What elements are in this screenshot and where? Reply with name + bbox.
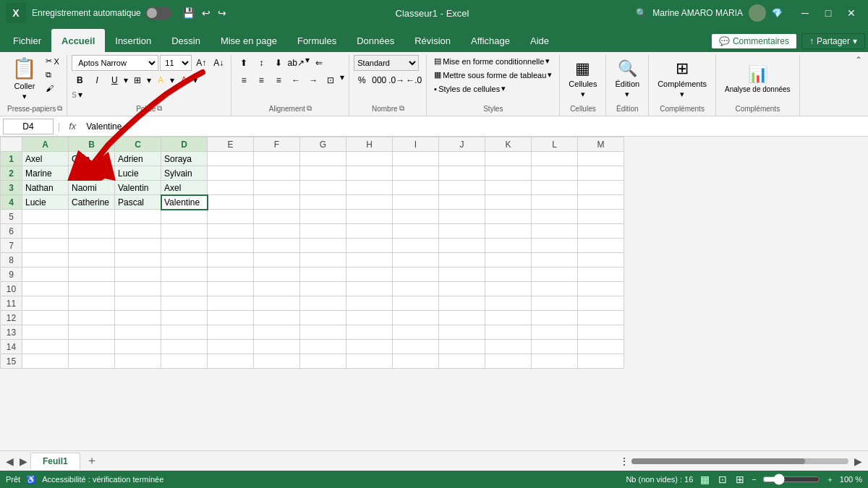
cell-I15[interactable] xyxy=(393,354,439,369)
cell-G4[interactable] xyxy=(300,195,346,210)
cell-B2[interactable]: Mizu xyxy=(69,166,115,181)
col-header-I[interactable]: I xyxy=(393,137,439,152)
cell-C7[interactable] xyxy=(115,239,161,253)
col-header-B[interactable]: B xyxy=(69,137,115,152)
cell-B7[interactable] xyxy=(69,239,115,253)
cell-H1[interactable] xyxy=(346,152,393,166)
cell-H14[interactable] xyxy=(346,340,393,354)
cell-L5[interactable] xyxy=(532,210,578,224)
bold-button[interactable]: B xyxy=(72,72,88,88)
cell-H4[interactable] xyxy=(346,195,393,210)
cell-D15[interactable] xyxy=(161,354,208,369)
normal-view-button[interactable]: ▦ xyxy=(699,474,711,485)
cell-J11[interactable] xyxy=(439,296,485,311)
cell-D10[interactable] xyxy=(161,282,208,296)
cell-F15[interactable] xyxy=(254,354,300,369)
decrease-indent-button[interactable]: ← xyxy=(288,72,304,88)
cell-I3[interactable] xyxy=(393,181,439,195)
cell-H6[interactable] xyxy=(346,224,393,239)
increase-indent-button[interactable]: → xyxy=(305,72,321,88)
cell-A3[interactable]: Nathan xyxy=(22,181,69,195)
add-sheet-button[interactable]: ＋ xyxy=(80,453,103,468)
cell-K11[interactable] xyxy=(485,296,532,311)
cell-E2[interactable] xyxy=(208,166,254,181)
cell-K9[interactable] xyxy=(485,267,532,282)
cell-B8[interactable] xyxy=(69,253,115,267)
cell-H15[interactable] xyxy=(346,354,393,369)
cell-E14[interactable] xyxy=(208,340,254,354)
cell-D4[interactable]: Valentine xyxy=(161,195,208,210)
cell-G10[interactable] xyxy=(300,282,346,296)
cell-K3[interactable] xyxy=(485,181,532,195)
cell-A5[interactable] xyxy=(22,210,69,224)
increase-font-button[interactable]: A↑ xyxy=(193,55,209,71)
col-header-G[interactable]: G xyxy=(300,137,346,152)
cell-L10[interactable] xyxy=(532,282,578,296)
tab-affichage[interactable]: Affichage xyxy=(461,29,520,52)
dialog-launcher-icon[interactable]: ⧉ xyxy=(57,104,62,113)
cell-L4[interactable] xyxy=(532,195,578,210)
cell-C2[interactable]: Lucie xyxy=(115,166,161,181)
cell-M15[interactable] xyxy=(578,354,624,369)
cell-F2[interactable] xyxy=(254,166,300,181)
border-button[interactable]: ⊞ xyxy=(129,72,145,88)
cell-H3[interactable] xyxy=(346,181,393,195)
row-header-12[interactable]: 12 xyxy=(1,311,22,325)
cell-J6[interactable] xyxy=(439,224,485,239)
tab-insertion[interactable]: Insertion xyxy=(105,29,161,52)
cell-M2[interactable] xyxy=(578,166,624,181)
cell-F9[interactable] xyxy=(254,267,300,282)
row-header-8[interactable]: 8 xyxy=(1,253,22,267)
text-orient-button[interactable]: ab↗ xyxy=(288,55,304,71)
scroll-right-button[interactable]: ▶ xyxy=(851,455,865,467)
align-bottom-button[interactable]: ⬇ xyxy=(271,55,286,71)
edition-button[interactable]: 🔍 Édition ▾ xyxy=(610,55,644,103)
cell-I7[interactable] xyxy=(393,239,439,253)
couper-button[interactable]: ✂ X xyxy=(43,55,61,67)
cell-A15[interactable] xyxy=(22,354,69,369)
cell-H8[interactable] xyxy=(346,253,393,267)
cell-I2[interactable] xyxy=(393,166,439,181)
cell-M13[interactable] xyxy=(578,325,624,340)
cell-I14[interactable] xyxy=(393,340,439,354)
row-header-7[interactable]: 7 xyxy=(1,239,22,253)
row-header-3[interactable]: 3 xyxy=(1,181,22,195)
formula-input[interactable] xyxy=(83,121,865,132)
cell-M9[interactable] xyxy=(578,267,624,282)
row-header-13[interactable]: 13 xyxy=(1,325,22,340)
cell-A7[interactable] xyxy=(22,239,69,253)
cell-H5[interactable] xyxy=(346,210,393,224)
cell-H9[interactable] xyxy=(346,267,393,282)
cell-A9[interactable] xyxy=(22,267,69,282)
sheet-wrapper[interactable]: ABCDEFGHIJKLM1AxelGaiaAdrienSoraya2Marin… xyxy=(0,137,868,450)
decrease-font-button[interactable]: A↓ xyxy=(210,55,226,71)
col-header-F[interactable]: F xyxy=(254,137,300,152)
cell-L2[interactable] xyxy=(532,166,578,181)
cell-G3[interactable] xyxy=(300,181,346,195)
cell-A4[interactable]: Lucie xyxy=(22,195,69,210)
fill-color-button[interactable]: A xyxy=(153,72,169,88)
cell-C5[interactable] xyxy=(115,210,161,224)
cell-L11[interactable] xyxy=(532,296,578,311)
cell-J4[interactable] xyxy=(439,195,485,210)
align-top-button[interactable]: ⬆ xyxy=(236,55,252,71)
cell-E8[interactable] xyxy=(208,253,254,267)
tab-revision[interactable]: Révision xyxy=(404,29,461,52)
cell-F11[interactable] xyxy=(254,296,300,311)
cell-K5[interactable] xyxy=(485,210,532,224)
cell-L7[interactable] xyxy=(532,239,578,253)
align-middle-button[interactable]: ↕ xyxy=(253,55,269,71)
cell-L15[interactable] xyxy=(532,354,578,369)
horizontal-scrollbar[interactable] xyxy=(631,458,848,464)
cell-C13[interactable] xyxy=(115,325,161,340)
tab-fichier[interactable]: Fichier xyxy=(3,29,51,52)
cell-F14[interactable] xyxy=(254,340,300,354)
cell-B13[interactable] xyxy=(69,325,115,340)
cell-I12[interactable] xyxy=(393,311,439,325)
comments-button[interactable]: 💬 Commentaires xyxy=(711,33,797,49)
cell-F12[interactable] xyxy=(254,311,300,325)
minimize-button[interactable]: ─ xyxy=(794,3,816,23)
col-header-H[interactable]: H xyxy=(346,137,393,152)
reproduire-button[interactable]: 🖌 xyxy=(43,82,61,94)
cell-M10[interactable] xyxy=(578,282,624,296)
